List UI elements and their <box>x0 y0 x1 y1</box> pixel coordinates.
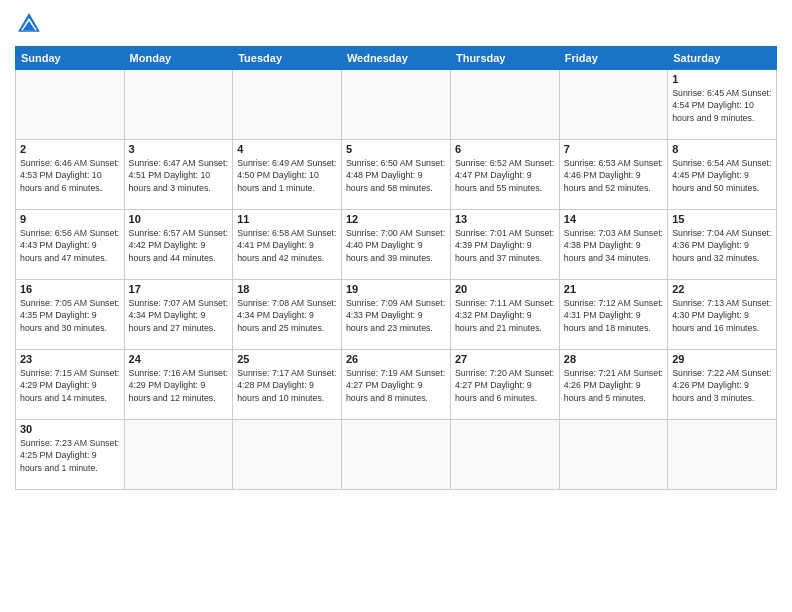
day-number: 9 <box>20 213 120 225</box>
calendar-cell <box>559 420 667 490</box>
day-info: Sunrise: 6:52 AM Sunset: 4:47 PM Dayligh… <box>455 157 555 194</box>
calendar-cell: 16Sunrise: 7:05 AM Sunset: 4:35 PM Dayli… <box>16 280 125 350</box>
weekday-header-saturday: Saturday <box>668 47 777 70</box>
day-info: Sunrise: 7:03 AM Sunset: 4:38 PM Dayligh… <box>564 227 663 264</box>
day-number: 24 <box>129 353 229 365</box>
day-info: Sunrise: 7:07 AM Sunset: 4:34 PM Dayligh… <box>129 297 229 334</box>
day-number: 3 <box>129 143 229 155</box>
day-info: Sunrise: 6:54 AM Sunset: 4:45 PM Dayligh… <box>672 157 772 194</box>
calendar-cell: 19Sunrise: 7:09 AM Sunset: 4:33 PM Dayli… <box>341 280 450 350</box>
day-info: Sunrise: 7:16 AM Sunset: 4:29 PM Dayligh… <box>129 367 229 404</box>
day-number: 25 <box>237 353 337 365</box>
calendar-cell: 28Sunrise: 7:21 AM Sunset: 4:26 PM Dayli… <box>559 350 667 420</box>
calendar-cell <box>450 420 559 490</box>
weekday-header-row: SundayMondayTuesdayWednesdayThursdayFrid… <box>16 47 777 70</box>
calendar-cell: 5Sunrise: 6:50 AM Sunset: 4:48 PM Daylig… <box>341 140 450 210</box>
day-number: 12 <box>346 213 446 225</box>
weekday-header-tuesday: Tuesday <box>233 47 342 70</box>
calendar-cell: 10Sunrise: 6:57 AM Sunset: 4:42 PM Dayli… <box>124 210 233 280</box>
day-info: Sunrise: 7:11 AM Sunset: 4:32 PM Dayligh… <box>455 297 555 334</box>
day-info: Sunrise: 6:56 AM Sunset: 4:43 PM Dayligh… <box>20 227 120 264</box>
day-number: 15 <box>672 213 772 225</box>
calendar-cell: 12Sunrise: 7:00 AM Sunset: 4:40 PM Dayli… <box>341 210 450 280</box>
day-number: 27 <box>455 353 555 365</box>
weekday-header-sunday: Sunday <box>16 47 125 70</box>
day-number: 16 <box>20 283 120 295</box>
calendar-cell: 27Sunrise: 7:20 AM Sunset: 4:27 PM Dayli… <box>450 350 559 420</box>
calendar-cell: 14Sunrise: 7:03 AM Sunset: 4:38 PM Dayli… <box>559 210 667 280</box>
calendar-cell: 1Sunrise: 6:45 AM Sunset: 4:54 PM Daylig… <box>668 70 777 140</box>
calendar-cell <box>233 420 342 490</box>
calendar-cell: 2Sunrise: 6:46 AM Sunset: 4:53 PM Daylig… <box>16 140 125 210</box>
header <box>15 10 777 38</box>
weekday-header-monday: Monday <box>124 47 233 70</box>
calendar-cell: 24Sunrise: 7:16 AM Sunset: 4:29 PM Dayli… <box>124 350 233 420</box>
day-number: 1 <box>672 73 772 85</box>
day-number: 2 <box>20 143 120 155</box>
day-number: 7 <box>564 143 663 155</box>
day-info: Sunrise: 7:23 AM Sunset: 4:25 PM Dayligh… <box>20 437 120 474</box>
calendar-cell: 29Sunrise: 7:22 AM Sunset: 4:26 PM Dayli… <box>668 350 777 420</box>
calendar-cell <box>124 420 233 490</box>
day-info: Sunrise: 7:15 AM Sunset: 4:29 PM Dayligh… <box>20 367 120 404</box>
week-row-1: 1Sunrise: 6:45 AM Sunset: 4:54 PM Daylig… <box>16 70 777 140</box>
day-number: 26 <box>346 353 446 365</box>
day-number: 17 <box>129 283 229 295</box>
calendar-cell <box>559 70 667 140</box>
day-number: 29 <box>672 353 772 365</box>
day-number: 19 <box>346 283 446 295</box>
calendar-table: SundayMondayTuesdayWednesdayThursdayFrid… <box>15 46 777 490</box>
calendar-cell: 25Sunrise: 7:17 AM Sunset: 4:28 PM Dayli… <box>233 350 342 420</box>
calendar-cell: 21Sunrise: 7:12 AM Sunset: 4:31 PM Dayli… <box>559 280 667 350</box>
day-info: Sunrise: 7:22 AM Sunset: 4:26 PM Dayligh… <box>672 367 772 404</box>
day-info: Sunrise: 6:46 AM Sunset: 4:53 PM Dayligh… <box>20 157 120 194</box>
day-number: 23 <box>20 353 120 365</box>
day-number: 21 <box>564 283 663 295</box>
day-number: 13 <box>455 213 555 225</box>
day-number: 6 <box>455 143 555 155</box>
calendar-cell: 15Sunrise: 7:04 AM Sunset: 4:36 PM Dayli… <box>668 210 777 280</box>
weekday-header-wednesday: Wednesday <box>341 47 450 70</box>
day-info: Sunrise: 6:58 AM Sunset: 4:41 PM Dayligh… <box>237 227 337 264</box>
day-info: Sunrise: 6:53 AM Sunset: 4:46 PM Dayligh… <box>564 157 663 194</box>
day-number: 10 <box>129 213 229 225</box>
day-number: 11 <box>237 213 337 225</box>
day-info: Sunrise: 6:45 AM Sunset: 4:54 PM Dayligh… <box>672 87 772 124</box>
calendar-cell <box>450 70 559 140</box>
calendar-cell: 13Sunrise: 7:01 AM Sunset: 4:39 PM Dayli… <box>450 210 559 280</box>
calendar-cell <box>668 420 777 490</box>
calendar-cell: 9Sunrise: 6:56 AM Sunset: 4:43 PM Daylig… <box>16 210 125 280</box>
week-row-2: 2Sunrise: 6:46 AM Sunset: 4:53 PM Daylig… <box>16 140 777 210</box>
week-row-4: 16Sunrise: 7:05 AM Sunset: 4:35 PM Dayli… <box>16 280 777 350</box>
calendar-cell: 20Sunrise: 7:11 AM Sunset: 4:32 PM Dayli… <box>450 280 559 350</box>
day-number: 20 <box>455 283 555 295</box>
week-row-3: 9Sunrise: 6:56 AM Sunset: 4:43 PM Daylig… <box>16 210 777 280</box>
day-info: Sunrise: 7:09 AM Sunset: 4:33 PM Dayligh… <box>346 297 446 334</box>
calendar-cell: 26Sunrise: 7:19 AM Sunset: 4:27 PM Dayli… <box>341 350 450 420</box>
calendar-cell: 18Sunrise: 7:08 AM Sunset: 4:34 PM Dayli… <box>233 280 342 350</box>
calendar-cell: 11Sunrise: 6:58 AM Sunset: 4:41 PM Dayli… <box>233 210 342 280</box>
calendar-cell: 3Sunrise: 6:47 AM Sunset: 4:51 PM Daylig… <box>124 140 233 210</box>
day-number: 30 <box>20 423 120 435</box>
calendar-cell <box>341 420 450 490</box>
day-number: 4 <box>237 143 337 155</box>
calendar-cell: 7Sunrise: 6:53 AM Sunset: 4:46 PM Daylig… <box>559 140 667 210</box>
day-info: Sunrise: 6:50 AM Sunset: 4:48 PM Dayligh… <box>346 157 446 194</box>
day-info: Sunrise: 7:13 AM Sunset: 4:30 PM Dayligh… <box>672 297 772 334</box>
day-number: 22 <box>672 283 772 295</box>
generalblue-logo-icon <box>15 10 43 38</box>
day-info: Sunrise: 7:08 AM Sunset: 4:34 PM Dayligh… <box>237 297 337 334</box>
week-row-5: 23Sunrise: 7:15 AM Sunset: 4:29 PM Dayli… <box>16 350 777 420</box>
day-number: 5 <box>346 143 446 155</box>
calendar-cell <box>233 70 342 140</box>
calendar-cell: 30Sunrise: 7:23 AM Sunset: 4:25 PM Dayli… <box>16 420 125 490</box>
calendar-cell <box>124 70 233 140</box>
day-number: 8 <box>672 143 772 155</box>
day-info: Sunrise: 7:01 AM Sunset: 4:39 PM Dayligh… <box>455 227 555 264</box>
calendar-cell: 23Sunrise: 7:15 AM Sunset: 4:29 PM Dayli… <box>16 350 125 420</box>
day-info: Sunrise: 7:00 AM Sunset: 4:40 PM Dayligh… <box>346 227 446 264</box>
day-info: Sunrise: 7:05 AM Sunset: 4:35 PM Dayligh… <box>20 297 120 334</box>
calendar-cell: 22Sunrise: 7:13 AM Sunset: 4:30 PM Dayli… <box>668 280 777 350</box>
day-info: Sunrise: 7:20 AM Sunset: 4:27 PM Dayligh… <box>455 367 555 404</box>
day-info: Sunrise: 7:19 AM Sunset: 4:27 PM Dayligh… <box>346 367 446 404</box>
